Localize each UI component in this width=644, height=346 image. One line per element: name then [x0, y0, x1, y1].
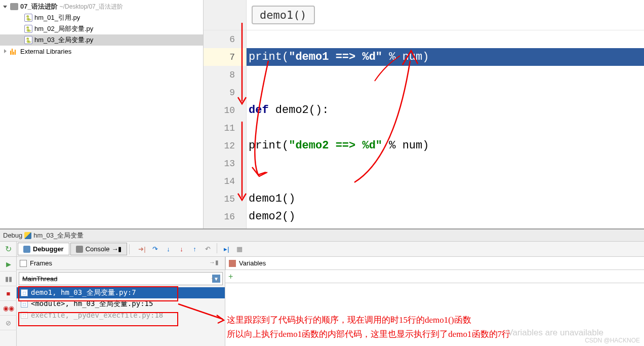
line-number: 14	[204, 172, 246, 190]
file-name: hm_01_引用.py	[34, 13, 80, 22]
run-to-cursor-icon[interactable]: ▸|	[220, 243, 232, 255]
line-number: 10	[204, 101, 246, 119]
code-line	[247, 66, 644, 84]
variables-icon	[229, 260, 236, 267]
python-file-icon: 🐍	[24, 25, 32, 33]
code-line	[247, 30, 644, 48]
evaluate-icon[interactable]: ▦	[233, 243, 246, 255]
line-number: 8	[204, 66, 246, 84]
frames-label: Frames	[30, 259, 52, 267]
code-line: demo1()	[247, 190, 644, 208]
file-name: hm_03_全局变量.py	[34, 35, 93, 45]
code-line-executing: print("demo1 ==> %d" % num)	[247, 48, 644, 66]
line-number-current: 7	[204, 48, 246, 66]
code-line	[247, 155, 644, 172]
view-breakpoints-icon[interactable]: ◉◉	[0, 301, 17, 316]
code-line	[247, 84, 644, 101]
thread-selector[interactable]: MainThread ▼	[19, 272, 223, 285]
debug-label: Debug	[3, 232, 22, 239]
show-execution-icon[interactable]: ➜|	[136, 243, 148, 255]
python-file-icon: 🐍	[24, 14, 32, 22]
debug-file: hm_03_全局变量	[33, 231, 84, 240]
frames-panel: Frames →▮ MainThread ▼ ↑ ↓ ⬚ demo1, hm_0…	[17, 257, 225, 346]
code-line: def demo2():	[247, 101, 644, 119]
step-out-icon[interactable]: ↑	[188, 243, 200, 255]
add-watch-icon[interactable]: +	[228, 272, 233, 281]
code-line: print("demo2 ==> %d" % num)	[247, 137, 644, 155]
console-icon	[76, 246, 83, 253]
variables-label: Variables	[239, 259, 266, 267]
step-into-icon[interactable]: ↓	[162, 243, 174, 255]
context-hint: demo1()	[252, 6, 315, 24]
code-line: demo2()	[247, 208, 644, 225]
annotation-text-2: 所以向上执行demo1函数的内部代码，这里也显示执行到了demo1函数的7行	[227, 328, 510, 340]
chevron-down-icon[interactable]	[2, 4, 8, 10]
project-name: 07_语法进阶	[20, 2, 58, 11]
frames-icon	[20, 260, 27, 267]
annotation-box	[18, 286, 178, 301]
library-icon	[10, 48, 18, 55]
resume-icon[interactable]: ▶	[0, 257, 17, 272]
tab-console[interactable]: Console →▮	[70, 243, 128, 255]
prev-frame-icon[interactable]: ↑	[211, 275, 214, 283]
line-number: 13	[204, 155, 246, 172]
python-file-icon: 🐍	[24, 36, 32, 44]
chevron-right-icon[interactable]	[2, 48, 8, 54]
step-controls: ➜| ↷ ↓ ↓ ↑ ↶ ▸| ▦	[136, 243, 246, 255]
project-sidebar[interactable]: 07_语法进阶 ~/Desktop/07_语法进阶 🐍 hm_01_引用.py …	[0, 0, 204, 228]
line-number: 16	[204, 208, 246, 225]
external-label: External Libraries	[20, 48, 71, 55]
watermark: CSDN @HACKNOE	[585, 337, 640, 344]
frames-header: Frames →▮	[17, 257, 225, 270]
mute-breakpoints-icon[interactable]: ⊘	[0, 316, 17, 330]
gutter: 6 7 8 9 10 11 12 13 14 15 16	[204, 0, 247, 228]
line-number: 12	[204, 137, 246, 155]
project-root[interactable]: 07_语法进阶 ~/Desktop/07_语法进阶	[0, 1, 203, 12]
minimize-icon[interactable]: →▮	[209, 259, 219, 266]
frame-icon: ⬚	[21, 300, 28, 307]
line-number: 6	[204, 30, 246, 48]
breadcrumb-hint: demo1()	[247, 0, 644, 30]
file-item-selected[interactable]: 🐍 hm_03_全局变量.py	[0, 34, 203, 46]
variables-header: Variables	[225, 257, 644, 270]
annotation-box	[18, 312, 178, 326]
code-editor[interactable]: 6 7 8 9 10 11 12 13 14 15 16 demo1() pri…	[204, 0, 644, 228]
rerun-icon[interactable]: ↻	[5, 244, 12, 254]
file-item[interactable]: 🐍 hm_02_局部变量.py	[0, 23, 203, 34]
file-name: hm_02_局部变量.py	[34, 24, 93, 33]
debug-toolbar: ↻ Debugger Console →▮ ➜| ↷ ↓ ↓ ↑ ↶ ▸| ▦	[0, 242, 644, 257]
debugger-icon	[23, 246, 30, 253]
tab-debugger[interactable]: Debugger	[18, 243, 69, 255]
stop-icon[interactable]: ■	[0, 286, 17, 301]
project-path: ~/Desktop/07_语法进阶	[60, 3, 124, 11]
drop-frame-icon[interactable]: ↶	[202, 243, 214, 255]
annotation-text-1: 这里跟踪到了代码执行的顺序，现在调用的时15行的demo1()函数	[227, 314, 471, 326]
line-number: 11	[204, 119, 246, 137]
vars-unavailable-text: Variables are unavailable	[507, 328, 603, 338]
next-frame-icon[interactable]: ↓	[216, 275, 220, 283]
line-number: 15	[204, 190, 246, 208]
code-area[interactable]: demo1() print("demo1 ==> %d" % num) def …	[247, 0, 644, 228]
step-over-icon[interactable]: ↷	[149, 243, 161, 255]
debug-header: Debug hm_03_全局变量	[0, 229, 644, 242]
line-number: 9	[204, 84, 246, 101]
file-item[interactable]: 🐍 hm_01_引用.py	[0, 12, 203, 23]
python-icon	[24, 232, 31, 239]
pause-icon[interactable]: ▮▮	[0, 272, 17, 286]
force-step-into-icon[interactable]: ↓	[175, 243, 187, 255]
folder-icon	[10, 3, 18, 10]
external-libraries[interactable]: External Libraries	[0, 46, 203, 57]
code-line	[247, 119, 644, 137]
code-line	[247, 172, 644, 190]
